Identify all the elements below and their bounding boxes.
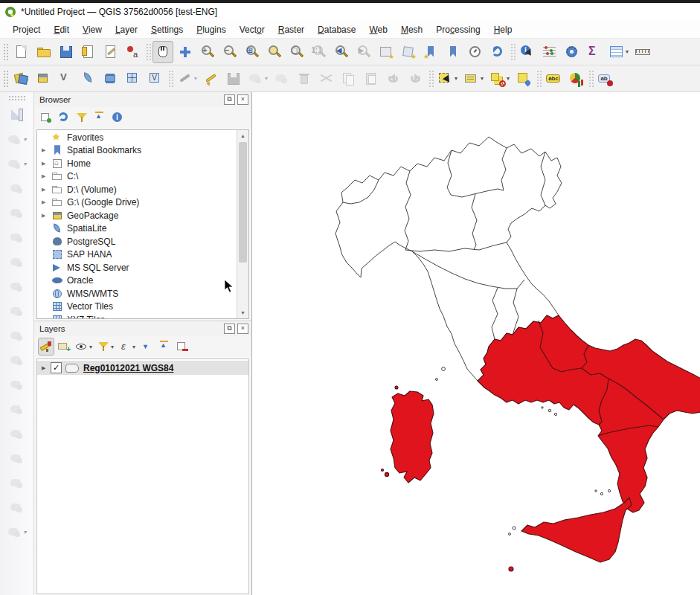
- new-shapefile-layer-button[interactable]: [56, 68, 77, 90]
- select-by-location-button[interactable]: [513, 68, 534, 90]
- select-features-by-value-button[interactable]: ▾: [461, 68, 486, 90]
- browser-close-icon[interactable]: ×: [237, 94, 248, 105]
- scroll-up-icon[interactable]: ▲: [237, 130, 248, 141]
- menu-raster[interactable]: Raster: [272, 22, 311, 37]
- browser-item-geopackage[interactable]: ▶GeoPackage: [37, 209, 237, 222]
- collapse-all-browser-button[interactable]: [91, 109, 108, 126]
- browser-item-c[interactable]: ▶C:\: [37, 170, 237, 184]
- temporal-controller-button[interactable]: [465, 41, 486, 63]
- expand-all-button[interactable]: [138, 338, 155, 356]
- layers-float-icon[interactable]: ⧉: [224, 324, 235, 334]
- deselect-features-button[interactable]: ▾: [487, 68, 512, 90]
- browser-item-xyz-tiles[interactable]: XYZ Tiles: [37, 313, 237, 319]
- filter-by-expression-button[interactable]: ▾: [117, 338, 137, 356]
- expander-icon[interactable]: ▶: [42, 199, 52, 205]
- menu-web[interactable]: Web: [362, 22, 394, 37]
- redo-button[interactable]: [405, 68, 426, 90]
- browser-item-postgresql[interactable]: PostgreSQL: [37, 235, 237, 248]
- collapse-all-button[interactable]: [156, 338, 173, 356]
- zoom-next-button[interactable]: ▶: [353, 41, 374, 63]
- browser-item-g-google-drive[interactable]: ▶G:\ (Google Drive): [37, 196, 237, 210]
- new-memory-layer-button[interactable]: [145, 68, 166, 90]
- new-spatialite-layer-button[interactable]: [78, 68, 99, 90]
- layer-expander-icon[interactable]: ▶: [42, 365, 51, 371]
- browser-item-spatialite[interactable]: SpatiaLite: [37, 222, 237, 236]
- new-map-view-button[interactable]: [376, 41, 396, 63]
- browser-item-favorites[interactable]: Favorites: [37, 131, 237, 144]
- properties-widget-button[interactable]: [109, 109, 126, 126]
- menu-mesh[interactable]: Mesh: [394, 22, 429, 37]
- dropdown-arrow-icon[interactable]: ▾: [194, 75, 197, 82]
- zoom-out-button[interactable]: −: [219, 41, 240, 63]
- identify-features-button[interactable]: [517, 41, 538, 63]
- layer-name[interactable]: Reg01012021 WGS84: [83, 363, 173, 373]
- menu-view[interactable]: View: [76, 22, 109, 37]
- modify-attributes-button[interactable]: [272, 68, 292, 90]
- pan-to-selection-button[interactable]: [175, 41, 196, 63]
- filter-legend-button[interactable]: ▾: [95, 338, 115, 356]
- remove-layer-button[interactable]: [174, 338, 190, 356]
- layers-panel-header[interactable]: Layers ⧉ ×: [34, 321, 251, 336]
- vertex-tool-button[interactable]: ▾: [245, 68, 270, 90]
- layer-labeling-button[interactable]: abc: [543, 68, 564, 90]
- expander-icon[interactable]: ▶: [42, 213, 52, 219]
- browser-item-d-volume[interactable]: ▶D:\ (Volume): [37, 183, 237, 196]
- data-source-manager-button[interactable]: +: [11, 68, 32, 90]
- layer-diagram-button[interactable]: [565, 68, 586, 90]
- new-3d-map-view-button[interactable]: [398, 41, 419, 63]
- scale-ruler-button[interactable]: [0, 103, 33, 127]
- current-edits-button[interactable]: ▾: [175, 68, 199, 90]
- browser-item-home[interactable]: ▶Home: [37, 157, 237, 170]
- paste-features-button[interactable]: [361, 68, 382, 90]
- show-sum-button[interactable]: [584, 41, 605, 63]
- manage-map-themes-button[interactable]: ▾: [74, 338, 94, 356]
- menu-database[interactable]: Database: [311, 22, 362, 37]
- toggle-editing-button[interactable]: [201, 68, 222, 90]
- title-bar[interactable]: *Untitled Project — QGIS 37562d0056 [tes…: [0, 3, 700, 21]
- menu-plugins[interactable]: Plugins: [190, 22, 232, 37]
- show-layout-manager-button[interactable]: [100, 41, 121, 63]
- browser-scrollbar[interactable]: ▲ ▼: [237, 130, 248, 318]
- open-layer-styling-button[interactable]: [38, 338, 54, 356]
- copy-features-button[interactable]: [338, 68, 359, 90]
- open-attribute-table-button[interactable]: ▾: [606, 41, 631, 63]
- processing-toolbox-button[interactable]: [562, 41, 582, 63]
- menu-help[interactable]: Help: [487, 22, 519, 37]
- show-spatial-bookmarks-button[interactable]: [443, 41, 463, 63]
- add-selected-layers-button[interactable]: [38, 109, 54, 126]
- browser-item-wms-wmts[interactable]: WMS/WMTS: [37, 287, 237, 300]
- menu-layer[interactable]: Layer: [109, 22, 144, 37]
- scroll-thumb[interactable]: [239, 142, 247, 263]
- menu-project[interactable]: Project: [6, 22, 47, 37]
- expander-icon[interactable]: ▶: [42, 161, 52, 167]
- browser-item-sap-hana[interactable]: SAP HANA: [37, 248, 237, 262]
- zoom-to-layer-button[interactable]: ▢: [286, 41, 307, 63]
- select-features-button[interactable]: ▾: [435, 68, 460, 90]
- statistical-summary-button[interactable]: [539, 41, 560, 63]
- dropdown-arrow-icon[interactable]: ▾: [626, 48, 629, 55]
- browser-float-icon[interactable]: ⧉: [224, 94, 235, 105]
- style-manager-button[interactable]: [123, 41, 144, 63]
- labeling-options-button[interactable]: ab: [595, 68, 616, 90]
- browser-item-ms-sql-server[interactable]: MS SQL Server: [37, 261, 237, 274]
- dropdown-arrow-icon[interactable]: ▾: [507, 75, 510, 82]
- layer-row[interactable]: ▶ ✓ Reg01012021 WGS84: [37, 361, 248, 375]
- new-spatial-bookmark-button[interactable]: [420, 41, 441, 63]
- map-canvas[interactable]: [251, 92, 700, 595]
- refresh-browser-button[interactable]: [56, 109, 72, 126]
- zoom-last-button[interactable]: ◀: [331, 41, 352, 63]
- refresh-map-button[interactable]: [487, 41, 508, 63]
- menu-processing[interactable]: Processing: [429, 22, 487, 37]
- new-print-layout-button[interactable]: [78, 41, 99, 63]
- filter-browser-button[interactable]: [74, 109, 90, 126]
- save-edits-button[interactable]: [223, 68, 244, 90]
- open-project-button[interactable]: [33, 41, 54, 63]
- menu-vector[interactable]: Vector: [233, 22, 272, 37]
- zoom-native-button[interactable]: 1:1: [309, 41, 330, 63]
- scroll-down-icon[interactable]: ▼: [237, 307, 248, 318]
- add-group-button[interactable]: [56, 338, 72, 356]
- delete-selected-button[interactable]: [294, 68, 315, 90]
- expander-icon[interactable]: ▶: [42, 187, 52, 193]
- dropdown-arrow-icon[interactable]: ▾: [481, 75, 484, 82]
- new-virtual-layer-button[interactable]: [123, 68, 144, 90]
